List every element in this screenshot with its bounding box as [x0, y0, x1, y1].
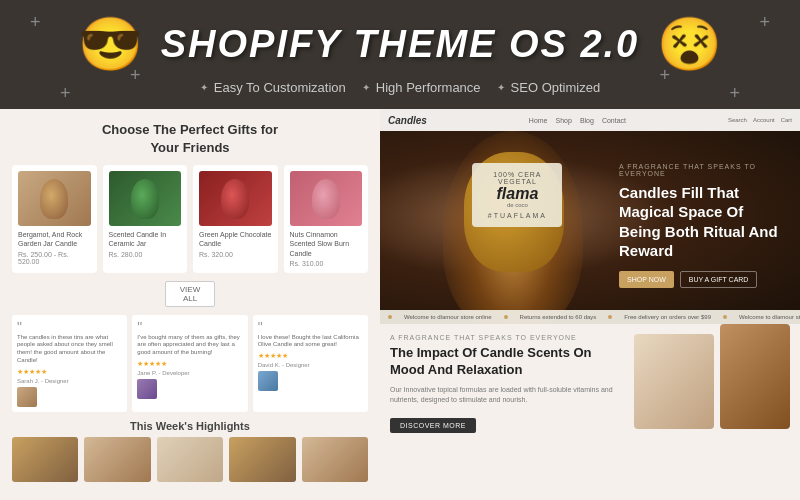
product-price-3: Rs. 320.00: [199, 251, 272, 258]
highlights-row: [12, 437, 368, 482]
product-card-green[interactable]: Scented Candle In Ceramic Jar Rs. 280.00: [103, 165, 188, 272]
review-card-3: " I love these! Bought the last Californ…: [253, 315, 368, 412]
hero-headline: Candles Fill That Magical Space Of Being…: [619, 183, 779, 261]
decoration-plus-4: +: [659, 65, 670, 86]
right-nav: Candles Home Shop Blog Contact Search Ac…: [380, 109, 800, 131]
product-card-red[interactable]: Green Apple Chocolate Candle Rs. 320.00: [193, 165, 278, 272]
highlight-5[interactable]: [302, 437, 368, 482]
nav-links: Home Shop Blog Contact: [529, 117, 626, 124]
decoration-plus-1: +: [30, 12, 41, 33]
review-text-3: I love these! Bought the last California…: [258, 334, 363, 350]
right-top: 100% CERA VEGETAL flama de coco #tuaflam…: [380, 109, 800, 324]
ticker-item-1: Welcome to dlamour store online: [404, 314, 492, 320]
highlight-img-4: [229, 437, 295, 482]
left-panel-title: Choose The Perfect Gifts for Your Friend…: [12, 121, 368, 157]
highlight-2[interactable]: [84, 437, 150, 482]
emoji-cool: 😎: [78, 18, 143, 70]
nav-contact[interactable]: Contact: [602, 117, 626, 124]
feature-label-3: SEO Optimized: [511, 80, 601, 95]
features-bar: ✦ Easy To Customization ✦ High Performan…: [200, 80, 600, 95]
quote-mark-3: ": [258, 320, 363, 334]
product-name-3: Green Apple Chocolate Candle: [199, 230, 272, 248]
nav-home[interactable]: Home: [529, 117, 548, 124]
candle-green: [131, 179, 159, 219]
ticker-dot-1: [388, 315, 392, 319]
review-stars-3: ★★★★★: [258, 352, 363, 360]
hero-text: A FRAGRANCE THAT SPEAKS TO EVERYONE Cand…: [619, 163, 779, 288]
decoration-plus-3: +: [130, 65, 141, 86]
candle-pink: [312, 179, 340, 219]
product-image-green: [109, 171, 182, 226]
gift-card-button[interactable]: BUY A GIFT CARD: [680, 271, 758, 288]
jar-brand2: #tuaflama: [478, 212, 556, 219]
product-image-pink: [290, 171, 363, 226]
right-bottom-text: A FRAGRANCE THAT SPEAKS TO EVERYONE The …: [390, 334, 624, 490]
products-grid: Bergamot, And Rock Garden Jar Candle Rs.…: [12, 165, 368, 272]
reviewer-name-3: David K. - Designer: [258, 362, 363, 368]
content: Choose The Perfect Gifts for Your Friend…: [0, 109, 800, 500]
left-panel: Choose The Perfect Gifts for Your Friend…: [0, 109, 380, 500]
feature-label-1: Easy To Customization: [214, 80, 346, 95]
jar-brand: 100% CERA VEGETAL: [478, 171, 556, 185]
review-card-1: " The candles in these tins are what peo…: [12, 315, 127, 412]
emoji-dizzy: 😵: [657, 18, 722, 70]
feature-seo: ✦ SEO Optimized: [497, 80, 601, 95]
ticker-item-2: Returns extended to 60 days: [520, 314, 597, 320]
feature-performance: ✦ High Performance: [362, 80, 481, 95]
highlight-img-1: [12, 437, 78, 482]
nav-actions: Search Account Cart: [728, 117, 792, 123]
view-all-button[interactable]: VIEW ALL: [165, 281, 215, 307]
nav-logo: Candles: [388, 115, 427, 126]
quote-mark-1: ": [17, 320, 122, 334]
highlight-img-2: [84, 437, 150, 482]
bottom-image-2: [720, 324, 790, 429]
rb-headline: The Impact Of Candle Scents On Mood And …: [390, 345, 624, 379]
nav-account[interactable]: Account: [753, 117, 775, 123]
jar-name: flama: [478, 185, 556, 203]
review-thumb-2: [137, 379, 157, 399]
review-text-2: I've bought many of them as gifts, they …: [137, 334, 242, 357]
bottom-image-1: [634, 334, 714, 429]
review-card-2: " I've bought many of them as gifts, the…: [132, 315, 247, 412]
nav-blog[interactable]: Blog: [580, 117, 594, 124]
right-bottom: A FRAGRANCE THAT SPEAKS TO EVERYONE The …: [380, 324, 800, 500]
right-bottom-images: [634, 334, 790, 490]
ticker-item-4: Welcome to dlamour store online: [739, 314, 800, 320]
ticker-dot-2: [504, 315, 508, 319]
highlights-title: This Week's Highlights: [12, 420, 368, 432]
discover-more-button[interactable]: DISCOVER MORE: [390, 418, 476, 433]
page-title: SHOPIFY THEME OS 2.0: [161, 23, 640, 66]
review-stars-1: ★★★★★: [17, 368, 122, 376]
highlight-1[interactable]: [12, 437, 78, 482]
decoration-plus-2: +: [759, 12, 770, 33]
rb-tagline: A FRAGRANCE THAT SPEAKS TO EVERYONE: [390, 334, 624, 341]
highlight-3[interactable]: [157, 437, 223, 482]
shop-now-button[interactable]: SHOP NOW: [619, 271, 674, 288]
reviewer-name-2: Jane P. - Developer: [137, 370, 242, 376]
nav-shop[interactable]: Shop: [556, 117, 572, 124]
product-price-4: Rs. 310.00: [290, 260, 363, 267]
nav-search[interactable]: Search: [728, 117, 747, 123]
decoration-plus-5: +: [60, 83, 71, 104]
star-icon-3: ✦: [497, 82, 505, 93]
product-image-red: [199, 171, 272, 226]
product-price-2: Rs. 280.00: [109, 251, 182, 258]
right-panel: 100% CERA VEGETAL flama de coco #tuaflam…: [380, 109, 800, 500]
feature-customization: ✦ Easy To Customization: [200, 80, 346, 95]
rb-description: Our Innovative topical formulas are load…: [390, 385, 624, 406]
product-name-1: Bergamot, And Rock Garden Jar Candle: [18, 230, 91, 248]
product-name-2: Scented Candle In Ceramic Jar: [109, 230, 182, 248]
product-card-pink[interactable]: Nuts Cinnamon Scented Slow Burn Candle R…: [284, 165, 369, 272]
product-card-amber[interactable]: Bergamot, And Rock Garden Jar Candle Rs.…: [12, 165, 97, 272]
reviews-section: " The candles in these tins are what peo…: [12, 315, 368, 412]
product-image-amber: [18, 171, 91, 226]
nav-cart[interactable]: Cart: [781, 117, 792, 123]
product-name-4: Nuts Cinnamon Scented Slow Burn Candle: [290, 230, 363, 257]
header-top: 😎 SHOPIFY THEME OS 2.0 😵: [78, 18, 723, 70]
quote-mark-2: ": [137, 320, 242, 334]
ticker-dot-4: [723, 315, 727, 319]
ticker-bar: Welcome to dlamour store online Returns …: [380, 310, 800, 324]
header: + + + + + + 😎 SHOPIFY THEME OS 2.0 😵 ✦ E…: [0, 0, 800, 109]
highlight-img-3: [157, 437, 223, 482]
highlight-4[interactable]: [229, 437, 295, 482]
